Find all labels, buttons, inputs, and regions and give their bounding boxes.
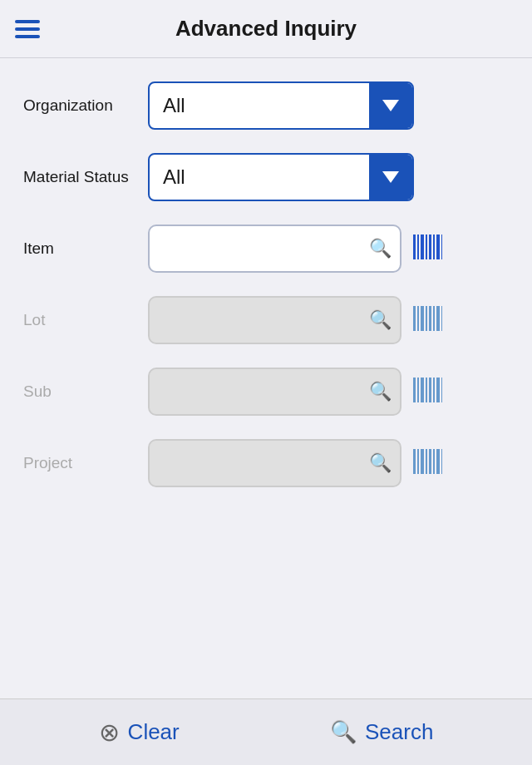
clear-button[interactable]: ⊗ Clear bbox=[99, 718, 180, 747]
project-input bbox=[148, 439, 401, 487]
item-input-wrapper: 🔍 bbox=[148, 225, 401, 273]
svg-rect-17 bbox=[417, 378, 419, 402]
project-label: Project bbox=[23, 454, 148, 472]
clear-icon: ⊗ bbox=[99, 718, 120, 747]
organization-row: Organization All bbox=[23, 81, 509, 130]
svg-rect-12 bbox=[429, 306, 431, 331]
svg-rect-10 bbox=[421, 306, 424, 331]
item-row: Item 🔍 bbox=[23, 225, 509, 273]
material-status-value: All bbox=[150, 165, 369, 189]
item-barcode-icon[interactable] bbox=[411, 231, 443, 266]
material-status-row: Material Status All bbox=[23, 153, 509, 201]
chevron-down-icon bbox=[382, 171, 399, 183]
material-status-dropdown[interactable]: All bbox=[148, 153, 414, 201]
sub-input-wrapper: 🔍 bbox=[148, 368, 401, 416]
svg-rect-29 bbox=[433, 449, 435, 474]
lot-barcode-icon[interactable] bbox=[411, 303, 443, 338]
item-label: Item bbox=[23, 239, 148, 258]
project-input-wrapper: 🔍 bbox=[148, 439, 401, 487]
svg-rect-6 bbox=[436, 234, 440, 259]
svg-rect-21 bbox=[433, 378, 435, 402]
hamburger-menu-icon[interactable] bbox=[15, 20, 40, 38]
clear-label: Clear bbox=[128, 719, 180, 745]
svg-rect-15 bbox=[441, 306, 442, 331]
svg-rect-31 bbox=[441, 449, 442, 474]
organization-label: Organization bbox=[23, 96, 148, 115]
sub-label: Sub bbox=[23, 382, 148, 401]
project-barcode-icon[interactable] bbox=[411, 446, 443, 481]
svg-rect-11 bbox=[426, 306, 427, 331]
material-status-select[interactable]: All bbox=[148, 153, 414, 201]
svg-rect-2 bbox=[421, 234, 424, 259]
sub-barcode-icon[interactable] bbox=[411, 374, 443, 409]
material-status-arrow bbox=[369, 155, 412, 200]
search-label: Search bbox=[365, 719, 433, 745]
chevron-down-icon bbox=[382, 100, 399, 111]
organization-value: All bbox=[150, 94, 369, 117]
svg-rect-14 bbox=[436, 306, 440, 331]
search-button[interactable]: 🔍 Search bbox=[330, 719, 433, 745]
material-status-label: Material Status bbox=[23, 168, 148, 186]
svg-rect-24 bbox=[413, 449, 416, 474]
footer: ⊗ Clear 🔍 Search bbox=[0, 698, 532, 765]
main-content: Organization All Material Status All Ite… bbox=[0, 58, 532, 698]
page-title: Advanced Inquiry bbox=[53, 16, 479, 42]
lot-label: Lot bbox=[23, 311, 148, 329]
svg-rect-22 bbox=[436, 378, 440, 402]
svg-rect-5 bbox=[433, 234, 435, 259]
sub-row: Sub 🔍 bbox=[23, 368, 509, 416]
svg-rect-26 bbox=[421, 449, 424, 474]
svg-rect-30 bbox=[436, 449, 440, 474]
lot-row: Lot 🔍 bbox=[23, 296, 509, 344]
svg-rect-18 bbox=[421, 378, 424, 402]
svg-rect-19 bbox=[426, 378, 427, 402]
svg-rect-20 bbox=[429, 378, 431, 402]
svg-rect-1 bbox=[417, 234, 419, 259]
svg-rect-27 bbox=[426, 449, 427, 474]
svg-rect-16 bbox=[413, 378, 416, 402]
svg-rect-25 bbox=[417, 449, 419, 474]
search-icon: 🔍 bbox=[330, 719, 357, 745]
project-row: Project 🔍 bbox=[23, 439, 509, 487]
svg-rect-23 bbox=[441, 378, 442, 402]
organization-select[interactable]: All bbox=[148, 81, 414, 130]
svg-rect-28 bbox=[429, 449, 431, 474]
sub-input bbox=[148, 368, 401, 416]
svg-rect-8 bbox=[413, 306, 416, 331]
svg-rect-9 bbox=[417, 306, 419, 331]
item-input[interactable] bbox=[148, 225, 401, 273]
lot-input-wrapper: 🔍 bbox=[148, 296, 401, 344]
lot-input bbox=[148, 296, 401, 344]
svg-rect-7 bbox=[441, 234, 442, 259]
svg-rect-4 bbox=[429, 234, 431, 259]
app-header: Advanced Inquiry bbox=[0, 0, 532, 58]
svg-rect-0 bbox=[413, 234, 416, 259]
organization-dropdown[interactable]: All bbox=[148, 81, 414, 130]
svg-rect-3 bbox=[426, 234, 427, 259]
organization-arrow bbox=[369, 83, 412, 128]
svg-rect-13 bbox=[433, 306, 435, 331]
